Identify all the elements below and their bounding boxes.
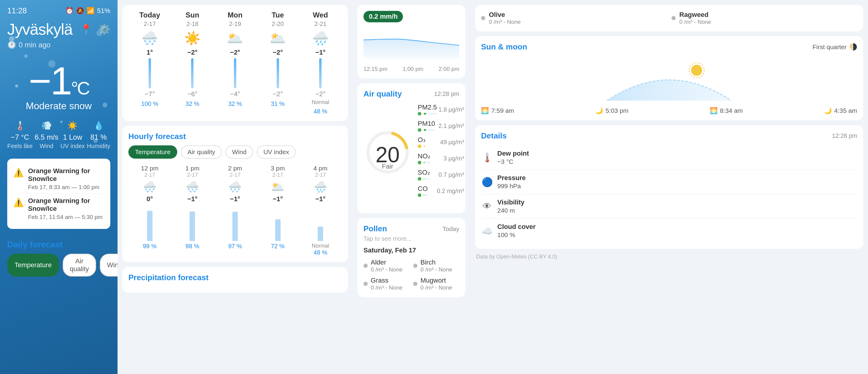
tap-more[interactable]: Tap to see more... <box>364 235 459 242</box>
main-temperature: −1°C <box>7 61 110 100</box>
precip-chart-svg <box>364 27 459 63</box>
hour-time-4: 4 pm <box>313 165 328 172</box>
settings-icon[interactable]: ⚙️ <box>98 24 110 35</box>
humidity-label: Humidity <box>87 143 110 150</box>
hour-date-3: 2-17 <box>273 172 283 178</box>
detail-cloud-cover: ☁️ Cloud cover 100 % <box>481 219 857 243</box>
hour-time-2: 2 pm <box>228 165 242 172</box>
hourly-tab-air-quality[interactable]: Air quality <box>181 145 222 159</box>
uv-label: UV index <box>60 143 85 150</box>
sunrise-time: 🌅 7:59 am <box>481 107 514 114</box>
hour-4: 4 pm 2-17 🌧️ −1° Normal 48 % <box>299 165 342 256</box>
aq-o3-value: 49 μg/m³ <box>437 139 464 146</box>
day-icon-0: 🌨️ <box>141 30 158 46</box>
location-icon[interactable]: 📍 <box>80 24 92 35</box>
hour-normal-label: Normal <box>312 243 329 249</box>
aq-pm25-name: PM2.5 <box>418 104 437 111</box>
aq-o3-bg <box>424 145 426 147</box>
daily-forecast-label: Daily forecast <box>7 240 110 250</box>
hourly-tab-wind[interactable]: Wind <box>225 145 253 159</box>
pollen-name-mugwort: Mugwort <box>421 277 453 284</box>
warning-icon-1: ⚠️ <box>13 168 24 178</box>
hour-bar-2 <box>232 212 238 241</box>
humidity-value: 81 % <box>90 133 107 141</box>
hourly-tab-temperature[interactable]: Temperature <box>128 145 177 159</box>
sun-moon-title: Sun & moon <box>481 42 527 52</box>
day-date-2: 2-19 <box>229 21 241 27</box>
day-precip-3: 31 % <box>271 100 285 107</box>
day-date-3: 2-20 <box>272 21 284 27</box>
hourly-tab-uv[interactable]: UV index <box>257 145 296 159</box>
alert-time-1: Feb 17, 8:33 am — 1:00 pm <box>28 184 104 191</box>
pollen-grass: Grass 0 /m³ - None <box>364 277 410 291</box>
day-low-1: −6° <box>187 90 197 98</box>
daily-forecast-card: Today 2-17 🌨️ 1° −7° 100 % Sun 2-18 ☀️ −… <box>122 5 348 121</box>
aq-pm25-value: 1.8 μg/m³ <box>437 106 464 113</box>
hour-1: 1 pm 2-17 🌨️ −1° 98 % <box>171 165 214 256</box>
tab-wind[interactable]: Wind <box>100 254 118 277</box>
wind-stat: 💨 6.5 m/s Wind <box>35 121 59 150</box>
feels-like-stat: 🌡️ −7 °C Feels like <box>7 121 33 150</box>
aq-header: Air quality 12:28 pm <box>364 89 459 98</box>
temp-unit: °C <box>71 78 89 98</box>
hour-temp-1: −1° <box>187 195 197 203</box>
hour-precip-3: 72 % <box>271 243 285 250</box>
time: 11:28 <box>7 6 27 16</box>
tab-temperature[interactable]: Temperature <box>7 254 59 277</box>
aq-o3-fill <box>424 145 425 147</box>
day-low-3: −2° <box>273 90 283 98</box>
pollen-value-birch: 0 /m³ - None <box>421 266 453 273</box>
day-name-3: Tue <box>272 11 284 19</box>
day-name-0: Today <box>139 11 160 19</box>
moonrise-time: 🌅 8:34 am <box>710 107 743 114</box>
moon-phase: First quarter 🌗 <box>812 43 857 51</box>
aq-pm10-bar <box>418 128 435 132</box>
precip-time-1: 1:00 pm <box>403 66 424 73</box>
battery: 51% <box>97 7 110 15</box>
aqi-label: Fair <box>364 163 412 170</box>
aq-o3: O₃ 49 μg/m³ <box>418 136 464 148</box>
alert-2: ⚠️ Orange Warning for Snow/Ice Feb 17, 1… <box>13 194 104 224</box>
status-icons: ⏰ 🔕 📶 51% <box>65 7 110 15</box>
alarm-icon: ⏰ <box>65 7 73 15</box>
pollen-value-grass: 0 /m³ - None <box>371 284 403 291</box>
hour-icon-0: 🌨️ <box>143 181 156 193</box>
cloud-cover-value: 100 % <box>497 231 535 238</box>
day-icon-4: 🌧️ <box>312 30 329 46</box>
day-icon-3: 🌥️ <box>270 30 286 46</box>
hour-precip-1: 98 % <box>186 243 199 250</box>
sun-arc-svg <box>481 56 857 104</box>
day-precip-2: 32 % <box>228 100 242 107</box>
thermometer-icon: 🌡️ <box>15 121 25 131</box>
pollen-dot-mugwort <box>413 282 417 286</box>
day-icon-1: ☀️ <box>184 30 201 46</box>
status-bar: 11:28 ⏰ 🔕 📶 51% <box>7 6 110 16</box>
hour-precip-2: 97 % <box>228 243 242 250</box>
aq-no2-name: NO₂ <box>418 152 430 160</box>
hour-date-1: 2-17 <box>187 172 198 178</box>
details-title: Details <box>481 131 507 141</box>
hour-temp-4: −1° <box>315 195 326 203</box>
clock-icon: 🕐 <box>7 41 16 49</box>
aq-pm25: PM2.5 1.8 μg/m³ <box>418 104 464 116</box>
aq-pm10-fill <box>424 129 426 131</box>
tab-air-quality[interactable]: Air quality <box>63 254 96 277</box>
day-high-4: −1° <box>315 49 326 56</box>
precip-header: 0.2 mm/h <box>364 11 459 22</box>
warning-icon-2: ⚠️ <box>13 198 24 207</box>
sunrise-value: 7:59 am <box>491 107 514 114</box>
aq-o3-name: O₃ <box>418 136 426 144</box>
dew-point-icon: 🌡️ <box>481 152 493 163</box>
aq-no2: NO₂ 3 μg/m³ <box>418 152 464 164</box>
hour-2: 2 pm 2-17 🌨️ −1° 97 % <box>214 165 256 256</box>
aq-o3-bar <box>418 144 426 148</box>
pollen-value-mugwort: 0 /m³ - None <box>421 284 453 291</box>
aq-co: CO 0.2 mg/m³ <box>418 185 464 197</box>
hour-precip-0: 99 % <box>143 243 157 250</box>
sunset-time: 🌙 5:03 pm <box>595 107 628 114</box>
aq-pm10: PM10 2.1 μg/m³ <box>418 120 464 132</box>
hour-bar-container-2 <box>215 205 255 241</box>
forecast-tabs: Temperature Air quality Wind UV index <box>7 254 110 277</box>
aq-metrics: PM2.5 1.8 μg/m³ PM10 <box>418 104 464 201</box>
alert-card: ⚠️ Orange Warning for Snow/Ice Feb 17, 8… <box>7 159 110 229</box>
